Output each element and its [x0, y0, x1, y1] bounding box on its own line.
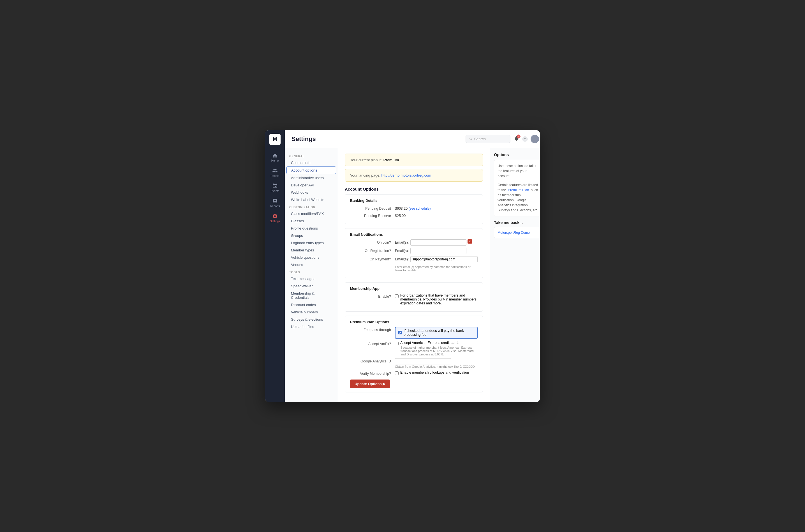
sidebar-item-membership-credentials[interactable]: Membership & Credentials [286, 290, 336, 301]
on-join-email-input[interactable] [410, 240, 466, 246]
email-label-pay: Email(s): [395, 256, 409, 261]
notification-button[interactable]: 2 [514, 136, 519, 142]
notification-badge: 2 [517, 135, 520, 138]
fee-passthrough-description: If checked, attendees will pay the bank … [404, 329, 474, 337]
sidebar-item-discount-codes[interactable]: Discount codes [286, 301, 336, 308]
accept-amex-description: Accept American Express credit cards [400, 341, 459, 345]
avatar[interactable] [531, 135, 539, 143]
nav-label-reports: Reports [270, 205, 280, 208]
see-schedule-link[interactable]: (see schedule) [409, 206, 431, 210]
nav-label-events: Events [271, 189, 280, 193]
nav-label-settings: Settings [270, 220, 280, 223]
sidebar-item-vehicle-numbers[interactable]: Vehicle numbers [286, 309, 336, 316]
content-area: GENERAL Contact info Account options Adm… [285, 148, 540, 402]
sidebar-item-account-options[interactable]: Account options [286, 167, 336, 174]
accept-amex-checkbox[interactable] [395, 342, 399, 345]
header-icons: 2 ? [514, 135, 539, 143]
premium-plan-link[interactable]: Premium Plan [508, 188, 529, 192]
sidebar-item-white-label-website[interactable]: White Label Website [286, 196, 336, 203]
google-analytics-group: Obtain from Google Analytics. It might l… [395, 358, 475, 368]
current-plan-banner: Your current plan is: Premium [345, 154, 483, 166]
banking-details-section: Banking Details Pending Deposit $603.20 … [345, 194, 483, 224]
fee-passthrough-checkbox-row: If checked, attendees will pay the bank … [395, 327, 478, 339]
events-icon [272, 183, 278, 189]
premium-plan-title: Premium Plan Options [350, 320, 478, 324]
sidebar-item-groups[interactable]: Groups [286, 232, 336, 239]
sidebar-item-classes[interactable]: Classes [286, 217, 336, 225]
enable-membership-row: Enable? For organizations that have memb… [350, 293, 478, 305]
membership-app-checkbox-row: For organizations that have members and … [395, 293, 478, 305]
sidebar-item-developer-api[interactable]: Developer API [286, 182, 336, 189]
search-box[interactable] [465, 135, 511, 143]
verify-membership-label: Verify Membership? [350, 370, 395, 376]
sidebar-item-contact-info[interactable]: Contact info [286, 159, 336, 166]
on-registration-label: On Registration? [350, 248, 395, 253]
on-payment-email-input[interactable] [410, 256, 478, 262]
sidebar-item-logbook-entry-types[interactable]: Logbook entry types [286, 240, 336, 246]
sidebar-item-home[interactable]: Home [265, 151, 285, 165]
pending-reserve-label: Pending Reserve [350, 213, 395, 218]
sidebar-item-vehicle-questions[interactable]: Vehicle questions [286, 254, 336, 261]
sidebar-item-uploaded-files[interactable]: Uploaded files [286, 323, 336, 330]
email-notifications-section: Email Notifications On Join? Email(s): ✉… [345, 228, 483, 278]
landing-page-banner: Your landing page: http://demo.motorspor… [345, 169, 483, 182]
header: Settings 2 ? [285, 130, 540, 148]
tools-section-label: TOOLS [285, 268, 338, 275]
fee-passthrough-checkbox[interactable] [398, 331, 402, 335]
pending-deposit-label: Pending Deposit [350, 206, 395, 210]
take-back-link[interactable]: MotorsportReg Demo [498, 231, 530, 234]
page-title: Settings [291, 135, 462, 143]
on-registration-row: On Registration? Email(s): [350, 248, 478, 254]
current-plan-value: Premium [383, 158, 399, 162]
membership-app-title: Membership App [350, 286, 478, 291]
take-back-title: Take me back... [494, 220, 540, 225]
sidebar-item-administrative-users[interactable]: Administrative users [286, 174, 336, 182]
nav-label-home: Home [271, 159, 279, 162]
sidebar-item-surveys-elections[interactable]: Surveys & elections [286, 316, 336, 323]
customization-section-label: CUSTOMIZATION [285, 204, 338, 210]
sidebar-item-class-modifiers[interactable]: Class modifiers/PAX [286, 210, 336, 217]
fee-passthrough-row: Fee pass-through If checked, attendees w… [350, 327, 478, 339]
landing-page-url[interactable]: http://demo.motorsportreg.com [382, 173, 432, 177]
sidebar-item-venues[interactable]: Venues [286, 261, 336, 268]
options-panel-title: Options [494, 152, 540, 157]
sidebar-item-profile-questions[interactable]: Profile questions [286, 225, 336, 232]
update-options-button[interactable]: Update Options ▶ [350, 380, 390, 388]
sidebar-item-people[interactable]: People [265, 166, 285, 180]
accept-amex-checkbox-row: Accept American Express credit cards [395, 341, 478, 345]
sidebar-item-events[interactable]: Events [265, 181, 285, 195]
sidebar-item-webhooks[interactable]: Webhooks [286, 189, 336, 196]
help-button[interactable]: ? [522, 136, 528, 142]
google-analytics-hint: Obtain from Google Analytics. It might l… [395, 365, 475, 368]
options-description: Use these options to tailor the features… [498, 164, 536, 178]
google-analytics-input[interactable] [395, 358, 451, 364]
sidebar-item-member-types[interactable]: Member types [286, 247, 336, 254]
on-registration-email-input[interactable] [410, 248, 466, 254]
logo[interactable]: M [269, 134, 281, 145]
main-area: Settings 2 ? GE [285, 130, 540, 402]
enable-label: Enable? [350, 293, 395, 299]
sidebar-item-settings[interactable]: Settings [265, 211, 285, 225]
on-payment-label: On Payment? [350, 256, 395, 261]
email-label-join: Email(s): [395, 240, 409, 244]
pending-deposit-row: Pending Deposit $603.20 (see schedule) [350, 206, 478, 210]
google-analytics-label: Google Analytics ID [350, 358, 395, 363]
verify-membership-description: Enable membership lookups and verificati… [400, 370, 469, 375]
membership-app-description: For organizations that have members and … [400, 293, 478, 305]
current-plan-label: Your current plan is: [350, 158, 382, 162]
page-content: Your current plan is: Premium Your landi… [338, 148, 490, 402]
sidebar-item-reports[interactable]: Reports [265, 196, 285, 210]
accept-amex-row: Accept AmEx? Accept American Express cre… [350, 341, 478, 356]
general-section-label: GENERAL [285, 152, 338, 159]
sidebar-item-speedwaiver[interactable]: SpeedWaiver [286, 283, 336, 289]
sidebar-item-text-messages[interactable]: Text messages [286, 275, 336, 282]
google-analytics-row: Google Analytics ID Obtain from Google A… [350, 358, 478, 368]
verify-membership-checkbox[interactable] [395, 372, 399, 375]
search-input[interactable] [474, 137, 507, 141]
join-email-icon[interactable]: ✉ [467, 240, 472, 244]
search-icon [469, 137, 472, 141]
membership-app-section: Membership App Enable? For organizations… [345, 282, 483, 312]
nav-label-people: People [270, 174, 279, 177]
membership-app-checkbox[interactable] [395, 294, 399, 298]
options-panel-box: Use these options to tailor the features… [494, 160, 540, 216]
